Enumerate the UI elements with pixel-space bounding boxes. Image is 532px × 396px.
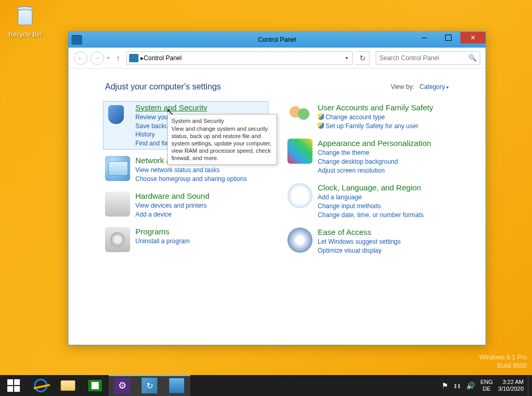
category-title-appearance[interactable]: Appearance and Personalization bbox=[318, 139, 449, 148]
address-dropdown-icon[interactable]: ▾ bbox=[343, 55, 350, 61]
taskbar: ⚙ ↻ ⚑ ⫾⫾ 🔊 ENG DE 3:22 AM 3/10/2020 bbox=[0, 375, 532, 396]
recycle-bin-label: Recycle Bin bbox=[8, 31, 41, 38]
tooltip: System and Security View and change syst… bbox=[167, 114, 277, 165]
show-desktop-button[interactable] bbox=[528, 375, 532, 396]
category-title-clock-region[interactable]: Clock, Language, and Region bbox=[318, 183, 449, 192]
category-user-accounts: User Accounts and Family SafetyChange ac… bbox=[287, 103, 449, 130]
sound-icon[interactable]: 🔊 bbox=[466, 381, 475, 390]
category-title-system-security[interactable]: System and Security bbox=[135, 103, 267, 112]
taskbar-refresh-app[interactable]: ↻ bbox=[136, 375, 163, 396]
hardware-sound-icon[interactable] bbox=[105, 191, 130, 217]
link-ease-access-1[interactable]: Optimize visual display bbox=[318, 246, 449, 255]
view-by-label: View by: bbox=[391, 83, 414, 90]
link-appearance-1[interactable]: Change desktop background bbox=[318, 157, 449, 166]
clock-region-icon[interactable] bbox=[287, 183, 313, 208]
view-by-dropdown[interactable]: Category bbox=[420, 83, 449, 90]
action-center-icon[interactable]: ⚑ bbox=[442, 381, 448, 390]
category-clock-region: Clock, Language, and RegionAdd a languag… bbox=[287, 183, 449, 219]
minimize-button[interactable] bbox=[412, 32, 436, 43]
control-panel-task-icon bbox=[169, 378, 184, 393]
maximize-button[interactable] bbox=[436, 32, 460, 43]
taskbar-store[interactable] bbox=[82, 375, 109, 396]
network-icon[interactable]: ⫾⫾ bbox=[454, 381, 461, 390]
recycle-bin-icon bbox=[13, 3, 38, 28]
category-ease-access: Ease of AccessLet Windows suggest settin… bbox=[287, 228, 449, 255]
search-box[interactable]: 🔍 bbox=[376, 51, 480, 65]
content-area: Adjust your computer's settings View by:… bbox=[68, 69, 485, 345]
link-hardware-sound-0[interactable]: View devices and printers bbox=[135, 201, 267, 210]
appearance-icon[interactable] bbox=[287, 139, 313, 164]
lang-secondary: DE bbox=[480, 386, 493, 392]
page-title: Adjust your computer's settings bbox=[105, 82, 221, 92]
lang-primary: ENG bbox=[480, 379, 493, 386]
navbar: ← → ▾ ↑ ▸ Control Panel ▾ ↻ 🔍 bbox=[68, 48, 485, 69]
category-title-programs[interactable]: Programs bbox=[135, 227, 267, 236]
link-appearance-2[interactable]: Adjust screen resolution bbox=[318, 166, 449, 175]
recycle-bin[interactable]: Recycle Bin bbox=[5, 3, 45, 39]
uac-shield-icon bbox=[318, 114, 324, 120]
system-security-icon[interactable] bbox=[105, 103, 130, 128]
taskbar-settings[interactable]: ⚙ bbox=[109, 375, 136, 396]
link-network-internet-1[interactable]: Choose homegroup and sharing options bbox=[135, 175, 267, 183]
link-user-accounts-1[interactable]: Set up Family Safety for any user bbox=[318, 122, 449, 130]
up-button[interactable]: ↑ bbox=[113, 53, 123, 63]
gear-icon: ⚙ bbox=[114, 378, 130, 393]
address-bar[interactable]: ▸ Control Panel ▾ bbox=[126, 51, 353, 65]
category-programs: ProgramsUninstall a program bbox=[105, 227, 267, 252]
store-icon bbox=[88, 380, 102, 391]
taskbar-ie[interactable] bbox=[27, 375, 54, 396]
ie-icon bbox=[34, 379, 48, 392]
programs-icon[interactable] bbox=[105, 227, 130, 252]
watermark: Windows 8.1 Pro Build 9600 bbox=[479, 353, 527, 370]
category-column-right: User Accounts and Family SafetyChange ac… bbox=[287, 103, 449, 263]
refresh-icon: ↻ bbox=[142, 378, 157, 393]
ease-access-icon[interactable] bbox=[287, 228, 313, 253]
category-hardware-sound: Hardware and SoundView devices and print… bbox=[105, 191, 267, 219]
breadcrumb[interactable]: Control Panel bbox=[144, 54, 182, 62]
back-button[interactable]: ← bbox=[74, 51, 87, 65]
network-internet-icon[interactable] bbox=[105, 156, 130, 181]
link-user-accounts-0[interactable]: Change account type bbox=[318, 113, 449, 121]
titlebar[interactable]: Control Panel bbox=[68, 32, 485, 48]
link-programs-0[interactable]: Uninstall a program bbox=[135, 237, 267, 245]
category-title-hardware-sound[interactable]: Hardware and Sound bbox=[135, 191, 267, 200]
taskbar-control-panel[interactable] bbox=[163, 375, 190, 396]
forward-button[interactable]: → bbox=[90, 51, 104, 65]
user-accounts-icon[interactable] bbox=[287, 103, 313, 128]
tray-time: 3:22 AM bbox=[498, 379, 524, 386]
tray-clock[interactable]: 3:22 AM 3/10/2020 bbox=[498, 379, 524, 392]
category-appearance: Appearance and PersonalizationChange the… bbox=[287, 139, 449, 175]
watermark-line1: Windows 8.1 Pro bbox=[479, 353, 527, 361]
language-switcher[interactable]: ENG DE bbox=[480, 379, 493, 392]
close-button[interactable] bbox=[460, 32, 485, 43]
link-hardware-sound-1[interactable]: Add a device bbox=[135, 210, 267, 219]
search-icon[interactable]: 🔍 bbox=[468, 54, 477, 62]
link-clock-region-2[interactable]: Change date, time, or number formats bbox=[318, 211, 449, 219]
link-ease-access-0[interactable]: Let Windows suggest settings bbox=[318, 237, 449, 246]
control-panel-window: Control Panel ← → ▾ ↑ ▸ Control Panel ▾ … bbox=[68, 31, 486, 345]
taskbar-explorer[interactable] bbox=[54, 375, 82, 396]
uac-shield-icon bbox=[318, 122, 324, 129]
category-title-ease-access[interactable]: Ease of Access bbox=[318, 228, 449, 236]
system-tray: ⚑ ⫾⫾ 🔊 ENG DE 3:22 AM 3/10/2020 bbox=[442, 375, 528, 396]
folder-icon bbox=[61, 380, 75, 391]
control-panel-icon bbox=[129, 54, 138, 62]
link-appearance-0[interactable]: Change the theme bbox=[318, 149, 449, 157]
history-dropdown-icon[interactable]: ▾ bbox=[107, 55, 110, 61]
view-by: View by: Category bbox=[391, 83, 449, 90]
link-clock-region-0[interactable]: Add a language bbox=[318, 193, 449, 201]
tooltip-body: View and change system and security stat… bbox=[171, 125, 273, 162]
search-input[interactable] bbox=[379, 54, 468, 62]
tooltip-title: System and Security bbox=[171, 117, 273, 125]
start-button[interactable] bbox=[0, 375, 27, 396]
watermark-line2: Build 9600 bbox=[479, 361, 527, 370]
desktop[interactable]: Recycle Bin Windows 8.1 Pro Build 9600 C… bbox=[0, 0, 532, 396]
link-clock-region-1[interactable]: Change input methods bbox=[318, 202, 449, 210]
category-title-user-accounts[interactable]: User Accounts and Family Safety bbox=[318, 103, 449, 112]
refresh-button[interactable]: ↻ bbox=[356, 51, 369, 65]
tray-date: 3/10/2020 bbox=[498, 386, 524, 392]
link-network-internet-0[interactable]: View network status and tasks bbox=[135, 166, 267, 174]
